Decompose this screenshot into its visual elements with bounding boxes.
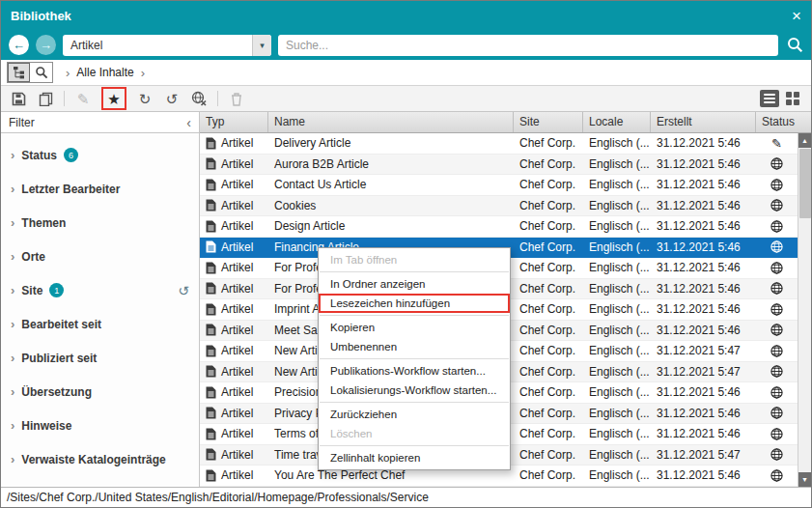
row-site: Chef Corp. [514,196,583,216]
row-created: 31.12.2021 5:46 [651,196,756,216]
filter-item-themen[interactable]: ›Themen [1,206,199,240]
table-header: Typ Name Site Locale Erstellt Status [200,112,811,133]
table-row[interactable]: ArtikelDelivery ArticleChef Corp.Englisc… [200,133,798,155]
document-type-icon [206,262,216,274]
save-button[interactable] [10,90,27,107]
forward-button[interactable]: → [36,35,56,55]
document-type-icon [206,220,216,233]
localization-workflow-button[interactable]: ↺ [163,90,181,107]
window-title: Bibliothek [11,9,71,23]
globe-status-icon [770,199,783,212]
menu-item-kopieren[interactable]: Kopieren [319,318,510,337]
chevron-right-icon: › [11,182,14,196]
published-status-icon [770,469,783,482]
search-view-button[interactable] [30,63,52,82]
row-locale: Englisch (... [583,299,651,320]
filter-item-status[interactable]: ›Status6 [1,138,199,172]
row-site: Chef Corp. [514,258,583,278]
delete-button[interactable] [228,90,245,107]
document-icon [206,469,216,482]
list-view-button[interactable] [760,90,779,107]
scroll-up-button[interactable]: ▲ [798,133,812,148]
scrollbar-thumb[interactable] [799,149,811,218]
published-status-icon [770,199,783,212]
column-header-name[interactable]: Name [268,112,514,132]
filter-item-orte[interactable]: ›Orte [1,240,199,273]
filter-item-bearbeitet-seit[interactable]: ›Bearbeitet seit [1,307,199,341]
filter-item-label: Site [21,284,42,297]
menu-item-zellinhalt-kopieren[interactable]: Zellinhalt kopieren [319,448,510,467]
filter-item-hinweise[interactable]: ›Hinweise [1,409,199,442]
row-site: Chef Corp. [514,341,583,361]
row-type-cell: Artikel [200,175,268,195]
breadcrumb-item[interactable]: Alle Inhalte [76,66,133,79]
table-row[interactable]: ArtikelContact Us ArticleChef Corp.Engli… [200,175,798,196]
globe-status-icon [770,407,783,419]
collapse-panel-icon[interactable]: ‹ [186,115,191,130]
published-status-icon [770,262,783,274]
withdraw-button[interactable] [190,90,208,107]
back-button[interactable]: ← [9,35,29,55]
search-box [278,35,778,56]
search-icon[interactable] [787,37,803,53]
duplicate-button[interactable] [37,90,54,107]
row-locale: Englisch (... [583,155,651,175]
menu-item-loeschen[interactable]: Löschen [319,424,510,443]
filter-item-verwaiste-katalogeintraege[interactable]: ›Verwaiste Katalogeinträge [1,442,199,476]
published-status-icon [770,157,783,170]
menu-item-lesezeichen-hinzufuegen[interactable]: Lesezeichen hinzufügen [319,294,510,313]
table-row[interactable]: ArtikelAurora B2B ArticleChef Corp.Engli… [200,155,798,176]
table-row[interactable]: ArtikelCookiesChef Corp.Englisch (...31.… [200,196,798,217]
published-status-icon [770,240,783,253]
filter-item-letzter-bearbeiter[interactable]: ›Letzter Bearbeiter [1,172,199,206]
menu-item-zurueckziehen[interactable]: Zurückziehen [319,405,510,424]
scroll-down-button[interactable]: ▼ [798,472,812,487]
menu-item-im-tab-oeffnen[interactable]: Im Tab öffnen [319,250,510,269]
row-type-cell: Artikel [200,133,268,154]
column-header-status[interactable]: Status [756,112,798,132]
bookmark-star-button[interactable]: ★ [105,90,123,107]
row-type-cell: Artikel [200,424,268,444]
column-header-site[interactable]: Site [514,112,583,132]
row-site: Chef Corp. [514,466,583,486]
menu-item-in-ordner-anzeigen[interactable]: In Ordner anzeigen [319,274,510,294]
filter-item-label: Bearbeitet seit [21,318,101,331]
row-status-cell [756,424,798,444]
column-header-locale[interactable]: Locale [583,112,651,132]
publish-workflow-button[interactable]: ↻ [136,90,154,107]
filter-item-uebersetzung[interactable]: ›Übersetzung [1,375,199,409]
tree-view-button[interactable] [8,63,30,82]
row-locale: Englisch (... [583,362,651,382]
column-header-erstellt[interactable]: Erstellt [651,112,756,132]
list-view-icon [764,94,775,103]
close-icon[interactable]: × [792,8,801,24]
globe-status-icon [770,157,783,170]
menu-item-publikations-workflow-starten[interactable]: Publikations-Workflow starten... [319,361,510,381]
search-input[interactable] [278,35,778,56]
view-switch [760,90,802,107]
row-site: Chef Corp. [514,404,583,424]
row-site: Chef Corp. [514,362,583,382]
document-type-icon [206,157,216,170]
edit-button[interactable]: ✎ [74,90,92,107]
filter-item-publiziert-seit[interactable]: ›Publiziert seit [1,341,199,375]
row-created: 31.12.2021 5:46 [651,466,756,486]
globe-status-icon [770,345,783,357]
row-type-label: Artikel [221,282,253,296]
document-type-icon [206,303,216,316]
dropdown-arrow-icon[interactable]: ▾ [252,35,271,56]
grid-view-button[interactable] [783,90,802,107]
vertical-scrollbar[interactable]: ▲ ▼ [798,133,811,487]
content-view-toggle [7,62,53,83]
filter-item-site[interactable]: ›Site1↺ [1,273,199,307]
menu-item-lokalisierungs-workflow-starten[interactable]: Lokalisierungs-Workflow starten... [319,381,510,400]
type-filter-dropdown[interactable]: Artikel ▾ [63,35,271,56]
filter-reset-icon[interactable]: ↺ [178,283,189,298]
menu-item-umbenennen[interactable]: Umbenennen [319,337,510,356]
forward-arrow-icon: → [40,38,52,52]
globe-status-icon [770,448,783,461]
column-header-typ[interactable]: Typ [200,112,268,132]
globe-status-icon [770,324,783,336]
published-status-icon [770,345,783,357]
table-row[interactable]: ArtikelDesign ArticleChef Corp.Englisch … [200,216,798,238]
